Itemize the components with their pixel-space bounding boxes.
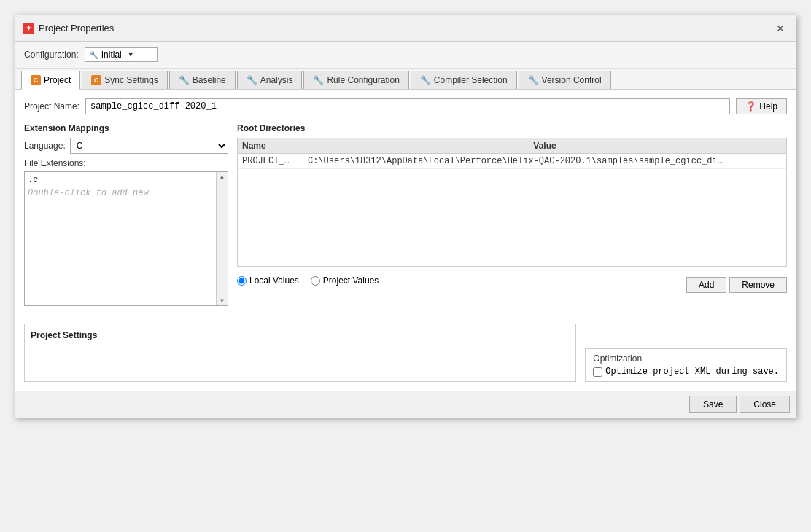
radio-project-values[interactable]: Project Values	[311, 275, 379, 286]
scroll-down-icon[interactable]: ▼	[219, 296, 225, 305]
tab-compiler-selection[interactable]: 🔧 Compiler Selection	[411, 71, 517, 89]
settings-row: Project Settings Optimization Optimize p…	[24, 315, 787, 382]
radio-row: Local Values Project Values	[237, 275, 686, 286]
project-name-row: Project Name: ❓ Help	[24, 98, 787, 114]
tab-sync-label: Sync Settings	[104, 75, 158, 85]
radio-local-values[interactable]: Local Values	[237, 275, 299, 286]
help-icon: ❓	[745, 101, 756, 112]
project-name-input[interactable]	[85, 98, 730, 114]
table-cell-name: PROJECT_…	[238, 154, 303, 168]
tab-compiler-label: Compiler Selection	[434, 75, 508, 85]
config-label: Configuration:	[24, 50, 79, 60]
optimization-title: Optimization	[593, 353, 779, 364]
extension-mappings-header: Extension Mappings	[24, 123, 228, 133]
tab-rule-label: Rule Configuration	[327, 75, 399, 85]
root-dir-table-body: PROJECT_… C:\Users\18312\AppData\Local\P…	[237, 154, 787, 267]
add-button[interactable]: Add	[686, 277, 726, 293]
optimize-checkbox-row[interactable]: Optimize project XML during save.	[593, 367, 779, 377]
tab-analysis-label: Analysis	[260, 75, 293, 85]
title-bar: ✦ Project Properties ✕	[15, 15, 796, 42]
chevron-down-icon: ▼	[128, 51, 134, 58]
bottom-bar: Save Close	[15, 391, 796, 418]
tab-rule-icon: 🔧	[313, 75, 324, 85]
file-extensions-container: .c Double-click to add new ▲ ▼	[24, 171, 228, 306]
tab-sync-icon: C	[91, 75, 101, 85]
radio-local-label: Local Values	[249, 275, 299, 286]
config-value: Initial	[101, 50, 122, 60]
optimization-box: Optimization Optimize project XML during…	[585, 348, 787, 382]
project-settings-header: Project Settings	[31, 330, 570, 340]
tab-project[interactable]: C Project	[21, 71, 80, 90]
remove-button[interactable]: Remove	[729, 277, 787, 293]
tab-rule-config[interactable]: 🔧 Rule Configuration	[303, 71, 408, 89]
project-settings-section: Project Settings	[24, 315, 576, 382]
config-bar: Configuration: 🔧 Initial ▼	[15, 42, 796, 69]
tab-baseline-icon: 🔧	[179, 75, 190, 85]
help-button[interactable]: ❓ Help	[736, 98, 787, 114]
add-remove-buttons: Add Remove	[686, 277, 787, 293]
language-select[interactable]: C	[70, 138, 228, 154]
tab-baseline[interactable]: 🔧 Baseline	[169, 71, 236, 89]
close-icon[interactable]: ✕	[772, 21, 788, 36]
project-properties-dialog: ✦ Project Properties ✕ Configuration: 🔧 …	[15, 15, 796, 418]
extension-mappings-panel: Extension Mappings Language: C File Exte…	[24, 123, 228, 306]
save-button[interactable]: Save	[689, 396, 737, 413]
root-directories-panel: Root Directories Name Value PROJECT_… C:…	[237, 123, 787, 306]
tab-project-label: Project	[44, 75, 71, 85]
file-ext-hint: Double-click to add new	[28, 188, 225, 198]
tab-bar: C Project C Sync Settings 🔧 Baseline 🔧 A…	[15, 69, 796, 90]
scrollbar[interactable]: ▲ ▼	[216, 172, 228, 305]
tab-compiler-icon: 🔧	[420, 75, 431, 85]
optimize-checkbox[interactable]	[593, 367, 602, 377]
tab-analysis-icon: 🔧	[247, 75, 257, 85]
tab-version-control[interactable]: 🔧 Version Control	[519, 71, 611, 89]
project-settings-box: Project Settings	[24, 324, 576, 382]
col-header-name: Name	[238, 138, 303, 153]
table-row[interactable]: PROJECT_… C:\Users\18312\AppData\Local\P…	[238, 154, 786, 169]
tab-version-icon: 🔧	[528, 75, 539, 85]
col-header-value: Value	[303, 138, 786, 153]
tab-version-label: Version Control	[542, 75, 602, 85]
table-header: Name Value	[237, 138, 787, 154]
project-name-label: Project Name:	[24, 101, 79, 112]
optimize-label: Optimize project XML during save.	[605, 367, 779, 377]
tab-content: Project Name: ❓ Help Extension Mappings …	[15, 90, 796, 391]
file-extensions-label: File Extensions:	[24, 158, 228, 168]
radio-project-input[interactable]	[311, 276, 320, 286]
file-extensions-box[interactable]: .c Double-click to add new ▲ ▼	[24, 171, 228, 306]
language-field-row: Language: C	[24, 138, 228, 154]
help-button-label: Help	[759, 101, 777, 112]
dialog-close-button[interactable]: Close	[740, 396, 790, 413]
configuration-dropdown[interactable]: 🔧 Initial ▼	[85, 47, 158, 62]
radio-local-input[interactable]	[237, 276, 247, 286]
wrench-icon: 🔧	[90, 51, 98, 59]
right-panel-bottom: Local Values Project Values Add Remove	[237, 271, 787, 293]
table-cell-value: C:\Users\18312\AppData\Local\Perforce\He…	[303, 154, 786, 168]
tab-project-icon: C	[31, 75, 41, 85]
tab-sync-settings[interactable]: C Sync Settings	[82, 71, 167, 89]
tab-baseline-label: Baseline	[193, 75, 226, 85]
scroll-up-icon[interactable]: ▲	[219, 172, 225, 181]
title-bar-left: ✦ Project Properties	[23, 23, 114, 34]
language-label: Language:	[24, 141, 66, 151]
app-icon: ✦	[23, 23, 34, 34]
main-sections: Extension Mappings Language: C File Exte…	[24, 123, 787, 306]
root-directories-header: Root Directories	[237, 123, 787, 133]
radio-add-area: Local Values Project Values	[237, 271, 686, 286]
optimization-area: Optimization Optimize project XML during…	[585, 315, 787, 382]
tab-analysis[interactable]: 🔧 Analysis	[237, 71, 303, 89]
file-ext-entry: .c	[28, 175, 225, 185]
radio-project-label: Project Values	[323, 275, 379, 286]
dialog-title: Project Properties	[39, 23, 114, 34]
